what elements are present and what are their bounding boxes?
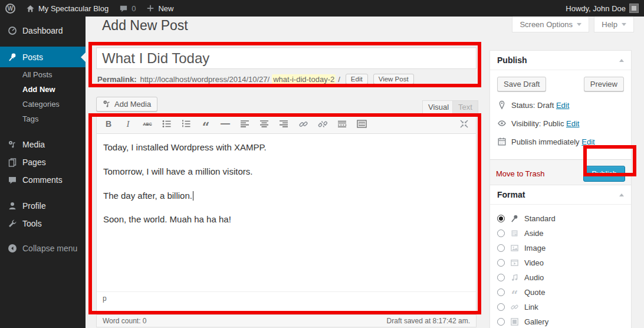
edit-status-link[interactable]: Edit <box>556 101 569 110</box>
format-option-video[interactable]: Video <box>497 255 624 270</box>
permalink-base: http://localhost/wordpress/2014/10/27/ <box>140 75 270 84</box>
format-aside-icon <box>510 228 520 238</box>
admin-bar-new[interactable]: New <box>141 0 179 17</box>
chevron-down-icon <box>622 23 626 26</box>
post-status-icon <box>497 100 507 110</box>
toolbar-toggle-icon[interactable] <box>356 118 367 130</box>
sidebar-item-collapse-menu[interactable]: Collapse menu <box>0 240 86 257</box>
sidebar-item-categories[interactable]: Categories <box>0 97 86 111</box>
admin-bar-comments[interactable]: 0 <box>114 0 141 17</box>
align-center-icon[interactable] <box>258 118 270 130</box>
editor-content-area[interactable]: Today, I installed Wordpress with XAMPP.… <box>97 134 476 291</box>
sidebar-item-profile[interactable]: Profile <box>0 197 86 215</box>
post-title-input[interactable]: What I Did Today <box>96 47 477 69</box>
save-draft-button[interactable]: Save Draft <box>497 77 546 91</box>
new-label: New <box>158 4 173 13</box>
sidebar-item-add-new[interactable]: Add New <box>0 82 86 97</box>
sidebar-item-media[interactable]: Media <box>0 136 86 153</box>
format-option-image[interactable]: Image <box>497 241 624 255</box>
comment-bubble-icon <box>119 4 128 13</box>
admin-sidebar: Dashboard Posts All Posts Add New Catego… <box>0 17 86 328</box>
radio-image[interactable] <box>497 244 505 252</box>
format-option-aside[interactable]: Aside <box>497 226 624 241</box>
radio-link[interactable] <box>497 303 505 311</box>
account-menu[interactable]: Howdy, John Doe <box>560 0 644 17</box>
editor-paragraph: Today, I installed Wordpress with XAMPP. <box>103 141 469 154</box>
fullscreen-icon[interactable] <box>458 118 470 130</box>
sidebar-item-dashboard[interactable]: Dashboard <box>0 22 86 40</box>
view-post-button[interactable]: View Post <box>373 74 414 84</box>
format-option-audio[interactable]: Audio <box>497 270 624 285</box>
link-icon[interactable] <box>297 118 309 130</box>
sidebar-label-comments: Comments <box>22 175 63 185</box>
sidebar-item-comments[interactable]: Comments <box>0 171 86 189</box>
format-box: Format Standard Aside Image <box>489 185 632 328</box>
collapse-icon <box>8 244 17 253</box>
autosave-status: Draft saved at 8:17:42 am. <box>387 317 470 325</box>
sidebar-item-tags[interactable]: Tags <box>0 111 86 126</box>
bold-icon[interactable]: B <box>103 118 114 130</box>
format-option-gallery[interactable]: Gallery <box>497 314 624 328</box>
sidebar-label-pages: Pages <box>22 158 46 167</box>
admin-bar: W My Spectacular Blog 0 New Howdy, John … <box>0 0 644 17</box>
format-standard-icon <box>510 214 520 224</box>
text-tab[interactable]: Text <box>452 100 478 114</box>
radio-video[interactable] <box>497 259 505 267</box>
avatar <box>629 4 639 13</box>
radio-audio[interactable] <box>497 274 505 281</box>
permalink-row: Permalink: http://localhost/wordpress/20… <box>97 74 414 84</box>
sidebar-item-all-posts[interactable]: All Posts <box>0 67 86 82</box>
editor-path-bar: p <box>97 291 476 304</box>
format-option-link[interactable]: Link <box>497 300 624 314</box>
strikethrough-icon[interactable]: ABC <box>142 118 153 130</box>
help-tab[interactable]: Help <box>594 17 634 32</box>
editor-toolbar: B I ABC “ — <box>97 114 476 134</box>
screen-options-tab[interactable]: Screen Options <box>512 17 589 32</box>
wordpress-logo[interactable]: W <box>0 0 21 17</box>
numbered-list-icon[interactable] <box>180 118 192 130</box>
radio-quote[interactable] <box>497 288 505 296</box>
site-name-link[interactable]: My Spectacular Blog <box>21 0 114 17</box>
format-option-standard[interactable]: Standard <box>497 211 624 226</box>
collapse-toggle-icon[interactable] <box>619 59 624 62</box>
edit-schedule-link[interactable]: Edit <box>581 137 594 146</box>
publish-box-footer: Move to Trash Publish <box>490 159 631 188</box>
bullet-list-icon[interactable] <box>161 118 173 130</box>
sidebar-item-posts[interactable]: Posts <box>0 47 86 67</box>
italic-icon[interactable]: I <box>122 118 134 130</box>
sidebar-label-dashboard: Dashboard <box>22 26 63 35</box>
calendar-icon <box>497 137 507 146</box>
format-box-header[interactable]: Format <box>490 185 631 205</box>
collapse-toggle-icon[interactable] <box>619 193 624 196</box>
sidebar-item-tools[interactable]: Tools <box>0 215 86 232</box>
chevron-down-icon <box>577 23 581 26</box>
posts-submenu: All Posts Add New Categories Tags <box>0 67 86 130</box>
radio-gallery[interactable] <box>497 318 505 326</box>
horizontal-rule-icon[interactable]: — <box>219 118 231 130</box>
format-video-icon <box>510 258 520 268</box>
sidebar-item-pages[interactable]: Pages <box>0 153 86 171</box>
unlink-icon[interactable] <box>317 118 328 130</box>
blockquote-icon[interactable]: “ <box>200 118 212 130</box>
preview-button[interactable]: Preview <box>584 77 624 91</box>
radio-standard[interactable] <box>497 215 505 222</box>
site-name: My Spectacular Blog <box>38 4 109 13</box>
add-media-button[interactable]: Add Media <box>96 97 157 111</box>
move-to-trash-link[interactable]: Move to Trash <box>496 169 544 178</box>
format-quote-icon: “ <box>510 287 520 297</box>
edit-visibility-link[interactable]: Edit <box>566 119 579 128</box>
radio-aside[interactable] <box>497 229 505 237</box>
howdy-text: Howdy, John Doe <box>566 4 626 13</box>
element-path: p <box>103 294 107 303</box>
align-right-icon[interactable] <box>278 118 290 130</box>
align-left-icon[interactable] <box>239 118 251 130</box>
comments-count: 0 <box>132 4 136 13</box>
permalink-edit-button[interactable]: Edit <box>346 74 368 84</box>
publish-button[interactable]: Publish <box>583 166 625 182</box>
more-tag-icon[interactable] <box>336 118 348 130</box>
text-cursor <box>193 191 193 201</box>
sidebar-label-posts: Posts <box>22 53 43 62</box>
format-option-quote[interactable]: “ Quote <box>497 285 624 300</box>
visual-tab[interactable]: Visual <box>422 100 455 114</box>
publish-box-header[interactable]: Publish <box>490 51 631 70</box>
